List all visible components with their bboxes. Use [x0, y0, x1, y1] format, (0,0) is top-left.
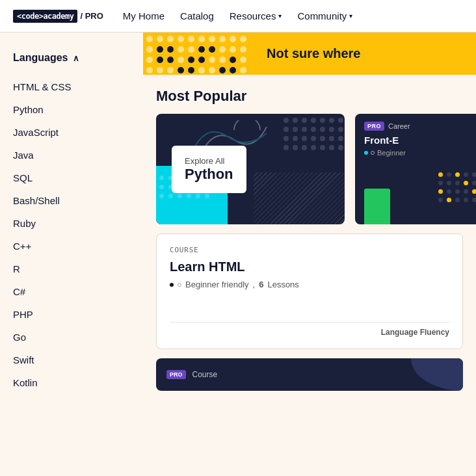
sidebar-language-list: HTML & CSS Python JavaScript Java SQL Ba…	[13, 75, 130, 394]
sidebar-item-bash[interactable]: Bash/Shell	[13, 189, 130, 212]
most-popular-cards: Explore All Python PRO Career Front-E	[143, 114, 476, 224]
sidebar-languages-heading[interactable]: Languages ∧	[13, 52, 130, 64]
sidebar-item-html-css[interactable]: HTML & CSS	[13, 75, 130, 98]
sidebar-item-sql[interactable]: SQL	[13, 166, 130, 189]
sidebar-item-java[interactable]: Java	[13, 144, 130, 166]
logo-pro-text: / PRO	[80, 11, 103, 21]
main-content: Not sure where Most Popular	[143, 33, 476, 476]
pro-badge: PRO	[364, 122, 384, 131]
pro-card-top: PRO Career Front-E Beginner	[355, 114, 476, 157]
course-footer: Language Fluency	[170, 322, 449, 337]
pro-level-label: Beginner	[377, 149, 406, 157]
course-type-label: Course	[170, 246, 449, 254]
sidebar-item-swift[interactable]: Swift	[13, 349, 130, 371]
nav-catalog[interactable]: Catalog	[180, 10, 214, 21]
sidebar: Languages ∧ HTML & CSS Python JavaScript…	[0, 33, 143, 476]
nav-resources[interactable]: Resources ▾	[230, 10, 282, 21]
sidebar-item-ruby[interactable]: Ruby	[13, 212, 130, 235]
sidebar-item-javascript[interactable]: JavaScript	[13, 121, 130, 144]
pro-badge-row: PRO Career	[364, 122, 476, 131]
most-popular-heading: Most Popular	[143, 75, 476, 114]
nav-my-home[interactable]: My Home	[123, 10, 165, 21]
logo-code-text: code	[21, 12, 39, 21]
dot-bullet-filled	[364, 151, 368, 155]
explore-big-text: Python	[185, 166, 233, 183]
pro-dots-grid	[438, 172, 476, 204]
course-footer-label: Language Fluency	[381, 328, 449, 337]
course-level: Beginner friendly	[185, 280, 249, 289]
banner-text: Not sure where	[267, 46, 360, 61]
course-meta: Beginner friendly , 6 Lessons	[170, 280, 449, 289]
nav-links: My Home Catalog Resources ▾ Community ▾	[123, 10, 352, 21]
sidebar-item-r[interactable]: R	[13, 258, 130, 280]
pro-card-meta: Beginner	[364, 149, 476, 157]
course-comma: ,	[253, 280, 256, 289]
sidebar-item-cpp[interactable]: C++	[13, 235, 130, 258]
sidebar-item-python[interactable]: Python	[13, 98, 130, 121]
community-chevron-icon: ▾	[349, 12, 352, 20]
pro-card-decorations	[355, 172, 476, 224]
pro-card-title: Front-E	[364, 135, 476, 146]
banner[interactable]: Not sure where	[143, 33, 476, 75]
pro-badge-bottom: PRO	[166, 370, 186, 379]
sidebar-item-kotlin[interactable]: Kotlin	[13, 371, 130, 394]
dot-bullet-outline	[371, 151, 375, 155]
pro-course-bottom-card[interactable]: PRO Course	[156, 358, 463, 391]
explore-python-card[interactable]: Explore All Python	[156, 114, 345, 224]
course-learn-html-card[interactable]: Course Learn HTML Beginner friendly , 6 …	[156, 233, 463, 349]
pro-course-type-label: Course	[192, 370, 218, 379]
sidebar-item-php[interactable]: PHP	[13, 303, 130, 326]
nav-community[interactable]: Community ▾	[297, 10, 352, 21]
course-title: Learn HTML	[170, 259, 449, 274]
languages-chevron-icon: ∧	[73, 53, 79, 63]
logo[interactable]: <code>academy / PRO	[13, 10, 103, 23]
pro-type-label: Career	[388, 122, 410, 130]
pro-frontend-card[interactable]: PRO Career Front-E Beginner	[355, 114, 476, 224]
banner-dots	[143, 33, 260, 75]
explore-python-content: Explore All Python	[156, 114, 345, 224]
course-dot-filled	[170, 283, 174, 287]
explore-label-box: Explore All Python	[172, 146, 246, 193]
course-lessons-count: 6	[259, 280, 263, 289]
top-nav: <code>academy / PRO My Home Catalog Reso…	[0, 0, 476, 33]
resources-chevron-icon: ▾	[278, 12, 282, 20]
page-layout: Languages ∧ HTML & CSS Python JavaScript…	[0, 33, 476, 476]
explore-small-text: Explore All	[185, 156, 233, 166]
pro-green-bar	[364, 189, 390, 224]
sidebar-item-go[interactable]: Go	[13, 326, 130, 349]
course-lessons-label: Lessons	[267, 280, 298, 289]
course-dot-outline	[178, 283, 181, 287]
pro-course-bg-arc	[411, 358, 463, 391]
sidebar-item-csharp[interactable]: C#	[13, 280, 130, 303]
logo-code: <code>academy	[13, 10, 77, 23]
